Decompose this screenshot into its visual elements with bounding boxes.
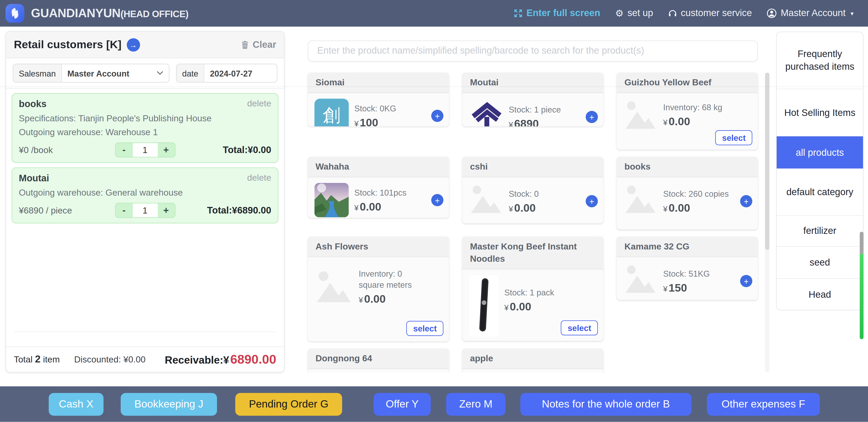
product-image: 創 xyxy=(314,99,349,126)
item-unit-price: ¥0 /book xyxy=(19,145,115,155)
product-card-kamame-32-cg[interactable]: Kamame 32 CG Stock: 51KG ¥150 + xyxy=(617,236,758,300)
setup-label: set up xyxy=(627,8,653,19)
category-fertilizer[interactable]: fertilizer xyxy=(777,216,863,247)
category-frequently-purchased[interactable]: Frequently purchased items xyxy=(777,32,863,89)
bottom-action-bar: Cash X Bookkeeping J Pending Order G Off… xyxy=(0,386,868,422)
product-name: Master Kong Beef Instant Noodles xyxy=(462,236,603,269)
product-card-moutai[interactable]: Moutai Stock: 1 piece ¥6890 + xyxy=(462,73,603,126)
add-to-cart-button[interactable]: + xyxy=(586,195,598,207)
select-button[interactable]: select xyxy=(406,321,443,336)
date-label: date xyxy=(177,64,205,82)
delete-item-button[interactable]: delete xyxy=(247,99,271,110)
item-total: Total:¥6890.00 xyxy=(175,205,271,216)
order-notes-button[interactable]: Notes for the whole order B xyxy=(520,393,691,416)
product-card-cshi[interactable]: cshi Stock: 0 ¥0.00 + xyxy=(462,157,603,223)
stock-label: Stock: 51KG xyxy=(663,268,730,279)
product-name: Wahaha xyxy=(308,157,449,177)
image-placeholder-icon xyxy=(623,99,658,135)
product-card-dongnong-64[interactable]: Dongnong 64 xyxy=(308,349,449,372)
add-to-cart-button[interactable]: + xyxy=(431,194,443,206)
product-card-apple[interactable]: apple xyxy=(462,349,603,372)
product-grid: Siomai 創 Stock: 0KG ¥100 + Moutai xyxy=(308,73,758,373)
add-to-cart-button[interactable]: + xyxy=(586,111,598,123)
app-logo-icon[interactable] xyxy=(5,4,24,23)
bookkeeping-button[interactable]: Bookkeeping J xyxy=(121,393,217,416)
add-to-cart-button[interactable]: + xyxy=(740,195,752,207)
date-input[interactable]: date 2024-07-27 xyxy=(176,64,277,83)
item-specification: Specifications: Tianjin People's Publish… xyxy=(19,114,271,123)
qty-input[interactable]: 1 xyxy=(132,143,157,157)
product-image xyxy=(469,99,503,126)
other-expenses-button[interactable]: Other expenses F xyxy=(707,393,820,416)
pending-order-button[interactable]: Pending Order G xyxy=(236,393,342,416)
product-card-ash-flowers[interactable]: Ash Flowers Inventory: 0 square meters ¥… xyxy=(308,236,449,341)
cart-item-name: books xyxy=(19,99,46,110)
cart-item-name: Moutai xyxy=(19,173,49,184)
category-seed[interactable]: seed xyxy=(777,247,863,279)
sidebar-scrollbar-thumb[interactable] xyxy=(860,232,864,339)
category-all-products[interactable]: all products xyxy=(777,136,863,168)
cash-button[interactable]: Cash X xyxy=(49,393,103,416)
date-value: 2024-07-27 xyxy=(210,68,252,78)
product-card-master-kong-noodles[interactable]: Master Kong Beef Instant Noodles xyxy=(462,236,603,341)
product-card-siomai[interactable]: Siomai 創 Stock: 0KG ¥100 + xyxy=(308,73,449,126)
stock-label: Inventory: 0 square meters xyxy=(359,268,425,290)
qty-input[interactable]: 1 xyxy=(132,203,157,217)
cart-panel: Retail customers [K] → Clear Salesman Ma… xyxy=(5,31,284,372)
salesman-label: Salesman xyxy=(13,64,62,82)
product-price: 0.00 xyxy=(364,293,386,305)
account-menu[interactable]: Master Account ▾ xyxy=(767,8,854,19)
cart-controls: Salesman Master Account date 2024-07-27 xyxy=(6,58,284,89)
customer-service-button[interactable]: customer service xyxy=(668,8,752,19)
select-button[interactable]: select xyxy=(715,130,752,145)
category-head[interactable]: Head xyxy=(777,279,863,311)
product-price: 0.00 xyxy=(509,301,531,313)
qty-minus-button[interactable]: - xyxy=(115,143,132,157)
offer-button[interactable]: Offer Y xyxy=(374,393,431,416)
add-to-cart-button[interactable]: + xyxy=(740,275,752,287)
add-to-cart-button[interactable]: + xyxy=(431,110,443,122)
topbar-actions: Enter full screen ⚙ set up customer serv… xyxy=(514,8,854,19)
product-price: 0.00 xyxy=(360,200,381,213)
product-price: 0.00 xyxy=(514,201,536,214)
product-card-guizhou-yellow-beef[interactable]: Guizhou Yellow Beef Inventory: 68 kg ¥0.… xyxy=(617,73,758,150)
product-price: 0.00 xyxy=(669,201,690,214)
salesman-value: Master Account xyxy=(67,68,129,78)
image-placeholder-icon xyxy=(469,183,503,220)
product-search-input[interactable] xyxy=(308,40,758,62)
clear-cart-button[interactable]: Clear xyxy=(241,39,276,50)
stock-label: Stock: 1 piece xyxy=(509,104,575,115)
delete-item-button[interactable]: delete xyxy=(247,173,271,184)
product-image xyxy=(314,183,349,217)
stock-label: Stock: 0KG xyxy=(354,103,421,114)
customer-service-label: customer service xyxy=(681,8,752,19)
image-placeholder-icon xyxy=(314,263,353,309)
enter-fullscreen-button[interactable]: Enter full screen xyxy=(514,8,600,19)
qty-minus-button[interactable]: - xyxy=(115,203,132,217)
qty-plus-button[interactable]: + xyxy=(158,143,175,157)
product-card-books[interactable]: books Stock: 260 copies ¥0.00 + xyxy=(617,157,758,230)
gear-icon: ⚙ xyxy=(615,9,624,18)
products-scrollbar-thumb[interactable] xyxy=(765,73,770,250)
select-customer-button[interactable]: → xyxy=(126,38,140,51)
headset-icon xyxy=(668,9,677,18)
select-button[interactable]: select xyxy=(561,320,598,335)
quantity-stepper: - 1 + xyxy=(115,203,175,218)
product-card-wahaha[interactable]: Wahaha xyxy=(308,157,449,218)
discount-amount: Discounted: ¥0.00 xyxy=(74,355,146,365)
product-name: Dongnong 64 xyxy=(308,349,449,369)
setup-button[interactable]: ⚙ set up xyxy=(615,8,653,19)
app-title: GUANDIANYUN(HEAD OFFICE) xyxy=(31,6,188,21)
fullscreen-icon xyxy=(514,9,523,18)
category-hot-selling[interactable]: Hot Selling Items xyxy=(777,89,863,136)
category-sidebar: Frequently purchased items Hot Selling I… xyxy=(776,32,864,311)
customer-title: Retail customers [K] xyxy=(14,38,121,51)
category-default[interactable]: default category xyxy=(777,168,863,216)
chevron-down-icon: ▾ xyxy=(850,10,854,17)
salesman-select[interactable]: Salesman Master Account xyxy=(13,64,169,83)
zero-button[interactable]: Zero M xyxy=(446,393,505,416)
cart-item-books: books delete Specifications: Tianjin Peo… xyxy=(11,93,278,163)
product-image xyxy=(469,275,499,337)
item-total: Total:¥0.00 xyxy=(175,144,271,156)
qty-plus-button[interactable]: + xyxy=(158,203,175,217)
